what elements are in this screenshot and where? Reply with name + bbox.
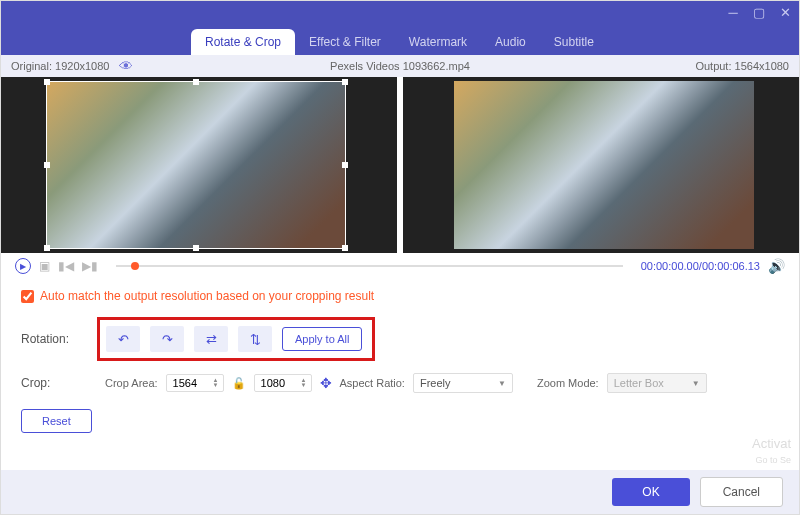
output-label: Output: 1564x1080 <box>695 60 789 72</box>
crop-handle-nw[interactable] <box>44 79 50 85</box>
crop-label: Crop: <box>21 376 97 390</box>
crop-handle-w[interactable] <box>44 162 50 168</box>
tab-watermark[interactable]: Watermark <box>395 29 481 55</box>
crop-height-spinner[interactable]: ▲▼ <box>299 378 309 388</box>
original-label: Original: 1920x1080 <box>11 60 109 72</box>
crop-overlay[interactable] <box>46 81 346 249</box>
crop-handle-e[interactable] <box>342 162 348 168</box>
eye-icon[interactable]: 👁 <box>119 58 133 74</box>
titlebar: ─ ▢ ✕ <box>1 1 799 25</box>
lock-aspect-icon[interactable]: 🔓 <box>232 377 246 390</box>
preview-row <box>1 77 799 253</box>
info-strip: Original: 1920x1080 👁 Pexels Videos 1093… <box>1 55 799 77</box>
position-icon[interactable]: ✥ <box>320 375 332 391</box>
minimize-button[interactable]: ─ <box>727 7 739 19</box>
filename-label: Pexels Videos 1093662.mp4 <box>330 60 470 72</box>
crop-height-field[interactable]: ▲▼ <box>254 374 312 392</box>
automatch-label: Auto match the output resolution based o… <box>40 289 374 303</box>
crop-height-input[interactable] <box>261 377 299 389</box>
playbar: ▶ ▣ ▮◀ ▶▮ 00:00:00.00/00:00:06.13 🔊 <box>1 253 799 279</box>
crop-handle-s[interactable] <box>193 245 199 251</box>
crop-width-field[interactable]: ▲▼ <box>166 374 224 392</box>
source-image <box>47 82 345 248</box>
crop-handle-n[interactable] <box>193 79 199 85</box>
crop-width-spinner[interactable]: ▲▼ <box>211 378 221 388</box>
play-button[interactable]: ▶ <box>15 258 31 274</box>
zoom-mode-select[interactable]: Letter Box▼ <box>607 373 707 393</box>
seek-bar[interactable] <box>116 265 623 267</box>
cancel-button[interactable]: Cancel <box>700 477 783 507</box>
maximize-button[interactable]: ▢ <box>753 7 765 19</box>
timecode: 00:00:00.00/00:00:06.13 <box>641 260 760 272</box>
aspect-ratio-select[interactable]: Freely▼ <box>413 373 513 393</box>
next-frame-button[interactable]: ▶▮ <box>82 259 98 273</box>
aspect-ratio-label: Aspect Ratio: <box>340 377 405 389</box>
rotate-left-button[interactable]: ↶ <box>106 326 140 352</box>
automatch-checkbox-row[interactable]: Auto match the output resolution based o… <box>21 289 779 303</box>
output-preview <box>409 77 799 253</box>
zoom-mode-label: Zoom Mode: <box>537 377 599 389</box>
tab-subtitle[interactable]: Subtitle <box>540 29 608 55</box>
tabstrip: Rotate & Crop Effect & Filter Watermark … <box>1 25 799 55</box>
crop-handle-sw[interactable] <box>44 245 50 251</box>
apply-to-all-button[interactable]: Apply to All <box>282 327 362 351</box>
crop-width-input[interactable] <box>173 377 211 389</box>
tab-effect-filter[interactable]: Effect & Filter <box>295 29 395 55</box>
output-image <box>454 81 754 249</box>
rotation-label: Rotation: <box>21 332 97 346</box>
tab-audio[interactable]: Audio <box>481 29 540 55</box>
activation-watermark: ActivatGo to Se <box>752 436 791 466</box>
ok-button[interactable]: OK <box>612 478 689 506</box>
tab-rotate-crop[interactable]: Rotate & Crop <box>191 29 295 55</box>
crop-handle-ne[interactable] <box>342 79 348 85</box>
prev-frame-button[interactable]: ▮◀ <box>58 259 74 273</box>
rotate-right-button[interactable]: ↷ <box>150 326 184 352</box>
crop-handle-se[interactable] <box>342 245 348 251</box>
source-preview[interactable] <box>1 77 391 253</box>
crop-area-label: Crop Area: <box>105 377 158 389</box>
volume-icon[interactable]: 🔊 <box>768 258 785 274</box>
close-button[interactable]: ✕ <box>779 7 791 19</box>
seek-handle[interactable] <box>131 262 139 270</box>
footer: OK Cancel <box>1 470 799 514</box>
flip-horizontal-button[interactable]: ⇄ <box>194 326 228 352</box>
automatch-checkbox[interactable] <box>21 290 34 303</box>
rotation-highlight: ↶ ↷ ⇄ ⇅ Apply to All <box>97 317 375 361</box>
flip-vertical-button[interactable]: ⇅ <box>238 326 272 352</box>
stop-button[interactable]: ▣ <box>39 259 50 273</box>
reset-button[interactable]: Reset <box>21 409 92 433</box>
